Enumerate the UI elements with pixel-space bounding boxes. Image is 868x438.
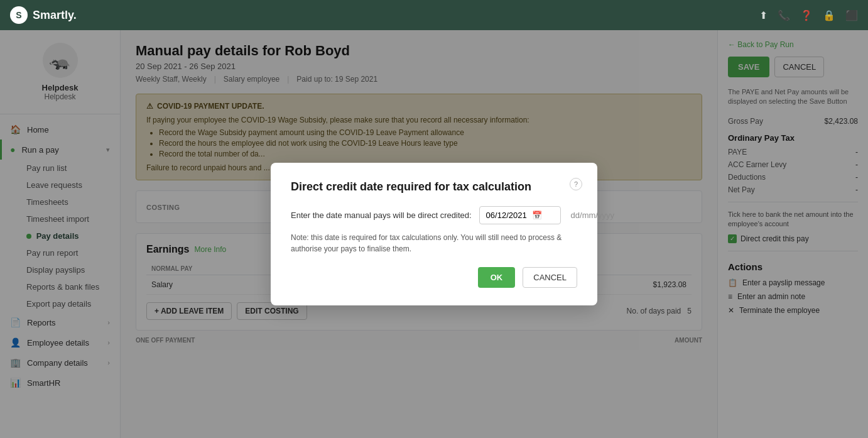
modal-title: Direct credit date required for tax calc… — [291, 180, 577, 194]
app-name: Smartly. — [33, 9, 77, 22]
modal-date-input[interactable]: 06/12/2021 📅 — [479, 206, 561, 224]
modal-ok-button[interactable]: OK — [478, 267, 516, 288]
modal-date-value: 06/12/2021 — [486, 211, 527, 220]
lock-icon[interactable]: 🔒 — [823, 9, 835, 21]
top-nav: S Smartly. ⬆ 📞 ❓ 🔒 ⬛ — [0, 0, 868, 30]
modal: Direct credit date required for tax calc… — [271, 163, 597, 305]
modal-header: Direct credit date required for tax calc… — [291, 180, 577, 194]
calendar-icon[interactable]: 📅 — [532, 211, 542, 220]
phone-icon[interactable]: 📞 — [778, 9, 790, 21]
app-logo: S Smartly. — [10, 6, 77, 24]
exit-icon[interactable]: ⬛ — [845, 9, 858, 21]
modal-note: Note: this date is required for tax calc… — [291, 232, 577, 255]
top-nav-icons: ⬆ 📞 ❓ 🔒 ⬛ — [759, 9, 858, 21]
help-icon[interactable]: ❓ — [800, 9, 813, 21]
share-icon[interactable]: ⬆ — [759, 9, 768, 21]
modal-field-row: Enter the date manual pays will be direc… — [291, 206, 577, 224]
modal-buttons: OK CANCEL — [291, 267, 577, 288]
modal-date-placeholder: dd/mm/yyyy — [571, 211, 614, 220]
modal-cancel-button[interactable]: CANCEL — [523, 267, 577, 288]
modal-field-label: Enter the date manual pays will be direc… — [291, 211, 472, 220]
modal-overlay: Direct credit date required for tax calc… — [0, 30, 868, 438]
modal-help-icon[interactable]: ? — [570, 178, 582, 190]
logo-icon: S — [10, 6, 28, 24]
